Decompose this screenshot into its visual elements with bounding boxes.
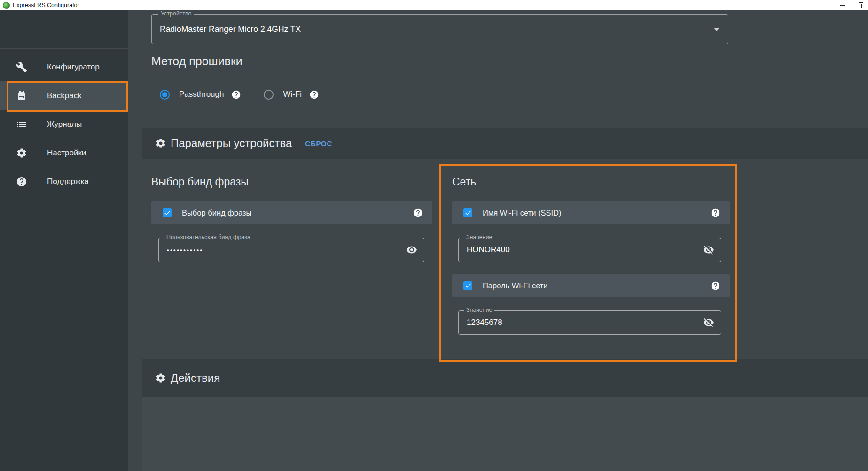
sidebar-item-label: Backpack — [47, 91, 82, 100]
sidebar: Конфигуратор Backpack Журналы Настройки — [0, 10, 128, 471]
actions-header: Действия — [142, 359, 868, 397]
wifi-password-field[interactable]: Значение 12345678 — [458, 310, 721, 335]
flashing-method-options: Passthrough Wi-Fi — [160, 88, 319, 100]
help-icon — [16, 176, 27, 187]
network-heading: Сеть — [452, 176, 476, 188]
sidebar-nav: Конфигуратор Backpack Журналы Настройки — [0, 53, 128, 196]
wifi-help-icon[interactable] — [309, 90, 319, 100]
wifi-password-checkbox[interactable] — [463, 281, 472, 290]
bind-phrase-checkbox[interactable] — [163, 208, 172, 217]
device-select[interactable]: Устройство RadioMaster Ranger Micro 2.4G… — [151, 14, 728, 44]
wrench-icon — [16, 62, 27, 73]
radio-passthrough-label: Passthrough — [179, 90, 224, 99]
ssid-field-value: HONOR400 — [467, 238, 510, 262]
bind-phrase-toggle-label: Выбор бинд фразы — [182, 208, 251, 217]
sidebar-item-support[interactable]: Поддержка — [0, 167, 128, 196]
app-title: ExpressLRS Configurator — [13, 2, 79, 8]
ssid-toggle-label: Имя Wi-Fi сети (SSID) — [483, 208, 562, 217]
ssid-toggle-row[interactable]: Имя Wi-Fi сети (SSID) — [452, 201, 730, 224]
titlebar: ExpressLRS Configurator — [0, 0, 868, 10]
hide-wifi-password-icon[interactable] — [703, 317, 714, 328]
sidebar-item-label: Журналы — [47, 120, 82, 129]
device-options-heading: Параметры устройства — [171, 137, 292, 150]
hide-ssid-icon[interactable] — [703, 244, 714, 255]
gear-icon — [16, 147, 27, 159]
reset-button[interactable]: СБРОС — [305, 139, 332, 147]
minimize-button[interactable] — [834, 0, 851, 10]
window-controls — [834, 0, 868, 10]
chevron-down-icon — [714, 28, 719, 31]
maximize-button[interactable] — [851, 0, 868, 10]
bind-phrase-field[interactable]: Пользовательская бинд фраза ••••••••••• — [158, 238, 424, 262]
radio-wifi-label: Wi-Fi — [283, 90, 302, 99]
gear-icon — [155, 372, 166, 384]
sidebar-divider — [0, 48, 128, 49]
show-password-icon[interactable] — [406, 244, 417, 255]
list-icon — [16, 119, 27, 130]
device-select-value: RadioMaster Ranger Micro 2.4GHz TX — [160, 15, 301, 44]
sidebar-item-label: Поддержка — [47, 177, 89, 186]
ssid-field[interactable]: Значение HONOR400 — [458, 238, 721, 262]
restore-icon — [858, 4, 862, 8]
wifi-password-field-value: 12345678 — [467, 311, 502, 334]
ssid-help-icon[interactable] — [711, 208, 720, 218]
sidebar-item-logs[interactable]: Журналы — [0, 110, 128, 139]
sidebar-item-label: Настройки — [47, 148, 86, 158]
actions-body — [142, 397, 868, 471]
radio-wifi[interactable] — [264, 90, 274, 100]
main-content: Устройство RadioMaster Ranger Micro 2.4G… — [128, 10, 868, 471]
sidebar-item-label: Конфигуратор — [47, 62, 100, 72]
sidebar-item-backpack[interactable]: Backpack — [0, 81, 128, 110]
actions-heading: Действия — [171, 371, 220, 385]
wifi-password-toggle-row[interactable]: Пароль Wi-Fi сети — [452, 274, 730, 297]
gear-icon — [155, 138, 166, 149]
ssid-checkbox[interactable] — [463, 208, 472, 217]
passthrough-help-icon[interactable] — [231, 90, 241, 100]
bind-phrase-field-value: ••••••••••• — [167, 238, 203, 262]
wifi-password-toggle-label: Пароль Wi-Fi сети — [483, 281, 548, 290]
sidebar-item-settings[interactable]: Настройки — [0, 139, 128, 167]
sidebar-item-configurator[interactable]: Конфигуратор — [0, 53, 128, 81]
wifi-password-help-icon[interactable] — [711, 281, 720, 291]
flashing-method-heading: Метод прошивки — [151, 54, 242, 68]
backpack-icon — [16, 90, 27, 101]
bind-phrase-help-icon[interactable] — [413, 208, 423, 218]
radio-passthrough[interactable] — [160, 90, 170, 100]
bind-phrase-heading: Выбор бинд фразы — [151, 176, 249, 188]
device-options-header: Параметры устройства СБРОС — [142, 128, 868, 159]
app-logo-icon — [3, 2, 10, 9]
app-window: ExpressLRS Configurator Конфигуратор — [0, 0, 868, 471]
minimize-icon — [840, 5, 845, 6]
bind-phrase-toggle-row[interactable]: Выбор бинд фразы — [151, 201, 432, 224]
